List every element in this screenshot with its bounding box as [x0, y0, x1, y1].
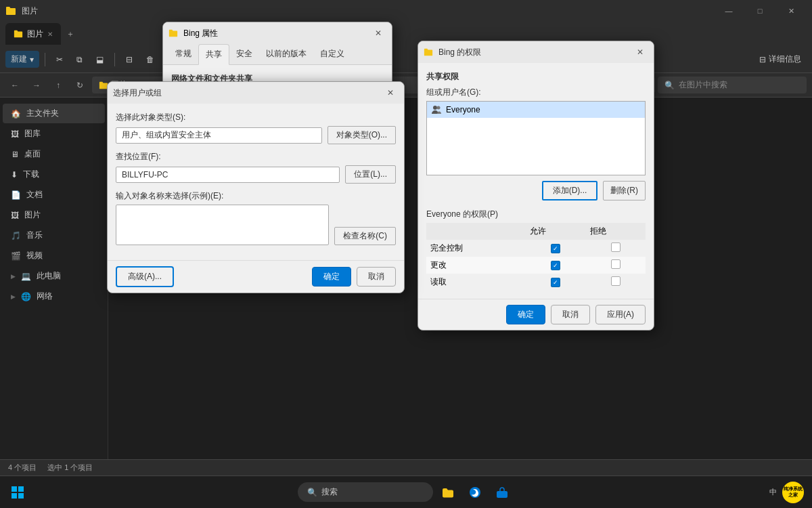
sidebar-item-docs[interactable]: 📄 文档: [3, 185, 105, 205]
folder-icon: [5, 5, 16, 16]
start-btn[interactable]: [5, 480, 30, 505]
tab-pictures[interactable]: 图片 ✕: [5, 23, 61, 45]
new-label: 新建: [11, 54, 27, 65]
expand-arrow: ▶: [11, 273, 16, 280]
sep2: [114, 53, 115, 66]
maximize-btn[interactable]: □: [744, 0, 775, 22]
copy-btn[interactable]: ⧉: [71, 52, 88, 67]
cut-btn[interactable]: ✂: [51, 52, 68, 67]
tab-security[interactable]: 安全: [229, 44, 259, 64]
edge-taskbar-btn[interactable]: [463, 480, 487, 505]
perm-name-change: 更改: [426, 257, 526, 274]
search-box[interactable]: 🔍 在图片中搜索: [658, 77, 807, 93]
perm-row-read: 读取 ✓: [426, 274, 646, 291]
perm-remove-btn[interactable]: 删除(R): [603, 181, 646, 200]
minimize-btn[interactable]: —: [713, 0, 744, 22]
perm-full-deny[interactable]: [586, 240, 646, 257]
sidebar-item-downloads[interactable]: ⬇ 下载: [3, 165, 105, 184]
sidebar-item-label: 文档: [26, 189, 43, 200]
bing-perms-ok[interactable]: 确定: [506, 305, 545, 324]
rename-btn[interactable]: ⊟: [120, 52, 138, 67]
check-name-btn[interactable]: 检查名称(C): [334, 227, 396, 245]
delete-icon: 🗑: [146, 55, 154, 64]
sidebar-item-pc[interactable]: ▶ 💻 此电脑: [3, 266, 105, 286]
brand-text: 纯净系统之家: [782, 485, 804, 499]
object-type-input[interactable]: [116, 127, 322, 144]
location-input[interactable]: [116, 167, 340, 183]
network-icon: 🌐: [21, 292, 31, 301]
perm-row-full: 完全控制 ✓: [426, 240, 646, 257]
share-perms-label: 共享权限: [426, 71, 646, 83]
select-user-close[interactable]: ✕: [382, 85, 399, 101]
sidebar-item-pictures[interactable]: 🖼 图片: [3, 205, 105, 225]
delete-btn[interactable]: 🗑: [141, 52, 160, 67]
everyone-label: Everyone: [446, 105, 480, 114]
bing-perms-apply[interactable]: 应用(A): [595, 305, 646, 324]
perm-group-item-everyone[interactable]: Everyone: [427, 102, 645, 118]
select-user-title-bar: 选择用户或组 ✕: [108, 82, 404, 104]
object-name-textarea[interactable]: [116, 205, 329, 245]
explorer-taskbar-btn[interactable]: [436, 480, 460, 505]
object-type-btn[interactable]: 对象类型(O)...: [328, 126, 396, 144]
check-change-allow: ✓: [551, 261, 560, 270]
download-icon: ⬇: [11, 170, 18, 179]
group-user-icon: [431, 104, 442, 115]
taskbar-left: [0, 480, 30, 505]
refresh-btn[interactable]: ↻: [70, 76, 89, 95]
details-btn[interactable]: ⊟ 详细信息: [754, 51, 807, 68]
close-btn[interactable]: ✕: [775, 0, 807, 22]
bing-perms-icon: [424, 47, 433, 57]
sidebar-item-gallery[interactable]: 🖼 图库: [3, 124, 105, 144]
object-type-row: 选择此对象类型(S): 对象类型(O)...: [116, 112, 396, 144]
location-btn[interactable]: 位置(L)...: [345, 165, 396, 184]
bing-props-tabs: 常规 共享 安全 以前的版本 自定义: [163, 44, 392, 65]
new-btn[interactable]: 新建 ▾: [5, 51, 39, 68]
back-btn[interactable]: ←: [5, 76, 24, 95]
perm-change-deny[interactable]: [586, 257, 646, 274]
sidebar-item-label: 下载: [23, 169, 39, 180]
sidebar-item-music[interactable]: 🎵 音乐: [3, 226, 105, 245]
select-user-footer: 高级(A)... 确定 取消: [108, 260, 404, 293]
perm-table: 允许 拒绝 完全控制 ✓ 更改 ✓ 读取 ✓: [426, 223, 646, 291]
paste-icon: ⬓: [96, 55, 104, 64]
paste-btn[interactable]: ⬓: [91, 52, 109, 67]
details-label: 详细信息: [769, 54, 801, 65]
sidebar-item-desktop[interactable]: 🖥 桌面: [3, 144, 105, 164]
select-user-title: 选择用户或组: [113, 87, 162, 99]
tab-previous[interactable]: 以前的版本: [259, 44, 313, 64]
perm-col-name: [426, 223, 526, 240]
tab-bar: 图片 ✕ ＋: [0, 22, 812, 46]
dialog-bing-perms: Bing 的权限 ✕ 共享权限 组或用户名(G): Everyone 添加(D)…: [418, 41, 654, 331]
select-user-content: 选择此对象类型(S): 对象类型(O)... 查找位置(F): 位置(L)...…: [108, 104, 404, 260]
store-taskbar-btn[interactable]: [490, 480, 514, 505]
pictures-icon: 🖼: [11, 211, 19, 220]
taskbar-search[interactable]: 🔍 搜索: [298, 482, 433, 502]
perm-read-deny[interactable]: [586, 274, 646, 291]
tab-general[interactable]: 常规: [168, 44, 198, 64]
sidebar-item-network[interactable]: ▶ 🌐 网络: [3, 287, 105, 306]
perm-group-list: Everyone: [426, 101, 646, 175]
bing-props-close[interactable]: ✕: [370, 25, 386, 41]
new-tab-btn[interactable]: ＋: [61, 24, 80, 43]
up-btn[interactable]: ↑: [49, 76, 68, 95]
sidebar-item-videos[interactable]: 🎬 视频: [3, 246, 105, 266]
tab-close-btn[interactable]: ✕: [47, 30, 53, 38]
taskbar-right: 中 纯净系统之家: [769, 482, 812, 503]
bing-perms-cancel[interactable]: 取消: [551, 305, 590, 324]
perm-for-label: Everyone 的权限(P): [426, 209, 646, 220]
tab-share[interactable]: 共享: [198, 44, 229, 65]
forward-btn[interactable]: →: [27, 76, 46, 95]
perm-read-allow[interactable]: ✓: [526, 274, 585, 291]
sidebar-item-home[interactable]: 🏠 主文件夹: [3, 104, 105, 123]
bing-perms-close[interactable]: ✕: [632, 44, 648, 60]
perm-full-allow[interactable]: ✓: [526, 240, 585, 257]
perm-add-btn[interactable]: 添加(D)...: [542, 181, 598, 200]
cut-icon: ✂: [56, 55, 63, 64]
sidebar-item-label: 主文件夹: [26, 108, 59, 119]
tab-custom[interactable]: 自定义: [313, 44, 351, 64]
select-user-cancel[interactable]: 取消: [357, 267, 396, 287]
advanced-btn[interactable]: 高级(A)...: [116, 266, 174, 287]
sep1: [45, 53, 45, 66]
perm-change-allow[interactable]: ✓: [526, 257, 585, 274]
select-user-ok[interactable]: 确定: [312, 267, 351, 287]
